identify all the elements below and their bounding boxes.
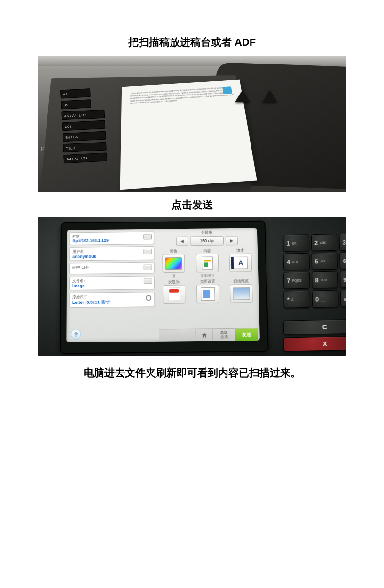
keypad-9[interactable]: 9WXYZ	[340, 270, 346, 288]
scan-preview-option[interactable]: 扫描预览	[226, 278, 257, 309]
numeric-keypad: 1@!. 2ABC 3DEF 4GHI 5JKL 6MNO 7PQRS 8TUV…	[283, 233, 346, 308]
ftp-field[interactable]: FTP ftp://192.168.1.129	[69, 232, 154, 245]
heading-step-1: 把扫描稿放进稿台或者 ADF	[38, 35, 346, 49]
heading-step-2: 点击发送	[38, 198, 346, 212]
color-option[interactable]: 彩色 开	[158, 248, 189, 278]
advanced-options-button[interactable]: 高级选项	[212, 329, 235, 341]
keyboard-icon[interactable]	[143, 265, 152, 270]
keypad-star[interactable]: *A	[283, 291, 310, 308]
keypad-0[interactable]: 0___	[312, 290, 339, 308]
keyboard-icon[interactable]	[144, 278, 152, 284]
touchscreen: FTP ftp://192.168.1.129 用户名 anonymous MF…	[66, 228, 260, 342]
filename-field[interactable]: 文件名: image	[69, 276, 155, 290]
keypad-3[interactable]: 3DEF	[339, 233, 346, 250]
keypad-2[interactable]: 2ABC	[311, 234, 337, 251]
keypad-7[interactable]: 7PQRS	[283, 272, 310, 289]
home-button[interactable]	[195, 329, 212, 341]
clear-button[interactable]: C	[283, 319, 346, 335]
help-button[interactable]: ?	[71, 329, 81, 340]
page-setup-option[interactable]: 页面设置	[192, 279, 224, 309]
density-icon: A	[234, 257, 248, 269]
resolution-increase-button[interactable]: ►	[226, 236, 238, 246]
keypad-1[interactable]: 1@!.	[283, 234, 309, 252]
keypad-hash[interactable]: #	[340, 290, 346, 307]
doc-logo-icon	[222, 86, 232, 94]
resolution-decrease-button[interactable]: ◄	[176, 237, 188, 246]
document-icon	[202, 256, 213, 270]
mfp-password-field[interactable]: MFP 口令	[69, 262, 154, 275]
pages-icon	[201, 287, 215, 301]
keypad-5[interactable]: 5JKL	[311, 253, 338, 270]
density-option[interactable]: 浓度 A	[225, 248, 257, 278]
instruction-result-text: 电脑进去文件夹刷新即可看到内容已扫描过来。	[38, 366, 346, 380]
cancel-button[interactable]: X	[283, 336, 346, 351]
send-button[interactable]: 发送	[235, 328, 258, 341]
preview-icon	[233, 287, 250, 300]
keyboard-icon[interactable]	[143, 234, 152, 240]
original-size-field[interactable]: 原始尺寸 Letter (8.5x11 英寸)	[69, 292, 155, 308]
photo-scanner-adf: A5 B5 A5 / A4 LTR LGL B4 / B5 TBLD A4 / …	[38, 56, 346, 192]
sendas-option[interactable]: 发送为	[159, 279, 190, 309]
photo-control-panel: FTP ftp://192.168.1.129 用户名 anonymous MF…	[38, 217, 346, 356]
keypad-6[interactable]: 6MNO	[339, 252, 346, 270]
home-icon	[201, 332, 207, 338]
edge-marker: E	[40, 145, 45, 153]
keypad-8[interactable]: 8TUV	[312, 271, 338, 289]
touchscreen-bezel: FTP ftp://192.168.1.129 用户名 anonymous MF…	[60, 221, 269, 354]
resolution-label: 分辨率	[158, 230, 256, 236]
resolution-value: 150 dpi	[190, 236, 224, 246]
paper-size-guides: A5 B5 A5 / A4 LTR LGL B4 / B5 TBLD A4 / …	[60, 88, 107, 164]
keypad-4[interactable]: 4GHI	[283, 253, 310, 270]
adf-feed-arrows-icon	[235, 90, 277, 102]
keyboard-icon[interactable]	[143, 249, 152, 254]
gear-icon[interactable]	[146, 295, 151, 301]
content-option[interactable]: 内容 文本/照片	[192, 248, 223, 278]
username-field[interactable]: 用户名 anonymous	[69, 246, 154, 261]
pdf-icon	[168, 288, 180, 301]
color-spectrum-icon	[165, 257, 182, 270]
